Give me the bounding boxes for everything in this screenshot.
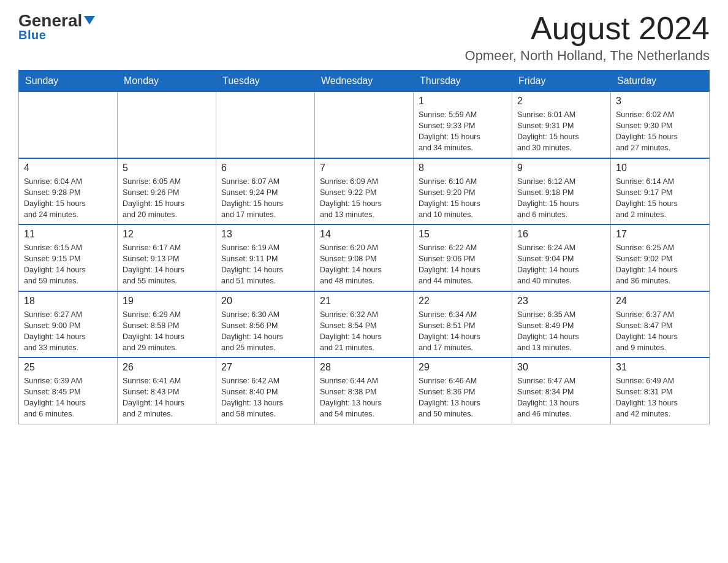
- calendar-cell: 16Sunrise: 6:24 AMSunset: 9:04 PMDayligh…: [512, 224, 611, 291]
- day-info: Sunrise: 6:12 AMSunset: 9:18 PMDaylight:…: [517, 176, 605, 221]
- day-number: 27: [221, 362, 309, 373]
- calendar-header-row: Sunday Monday Tuesday Wednesday Thursday…: [19, 71, 710, 92]
- day-number: 17: [616, 229, 704, 240]
- calendar-cell: 14Sunrise: 6:20 AMSunset: 9:08 PMDayligh…: [315, 224, 414, 291]
- day-number: 30: [517, 362, 605, 373]
- day-number: 1: [419, 96, 507, 107]
- day-info: Sunrise: 6:01 AMSunset: 9:31 PMDaylight:…: [517, 109, 605, 154]
- calendar-cell: 21Sunrise: 6:32 AMSunset: 8:54 PMDayligh…: [315, 291, 414, 358]
- day-number: 20: [221, 296, 309, 307]
- col-saturday: Saturday: [611, 71, 710, 92]
- day-info: Sunrise: 6:34 AMSunset: 8:51 PMDaylight:…: [419, 309, 507, 354]
- calendar-cell: 22Sunrise: 6:34 AMSunset: 8:51 PMDayligh…: [414, 291, 512, 358]
- day-info: Sunrise: 6:35 AMSunset: 8:49 PMDaylight:…: [517, 309, 605, 354]
- day-number: 21: [320, 296, 408, 307]
- day-number: 18: [24, 296, 112, 307]
- calendar-cell: 17Sunrise: 6:25 AMSunset: 9:02 PMDayligh…: [611, 224, 710, 291]
- day-number: 9: [517, 163, 605, 174]
- calendar-cell: 27Sunrise: 6:42 AMSunset: 8:40 PMDayligh…: [216, 358, 315, 424]
- col-friday: Friday: [512, 71, 611, 92]
- calendar-cell: 19Sunrise: 6:29 AMSunset: 8:58 PMDayligh…: [118, 291, 216, 358]
- calendar-cell: [118, 92, 216, 158]
- calendar-cell: 23Sunrise: 6:35 AMSunset: 8:49 PMDayligh…: [512, 291, 611, 358]
- logo-blue: Blue: [18, 28, 46, 42]
- logo: General Blue: [18, 12, 95, 42]
- calendar-cell: 13Sunrise: 6:19 AMSunset: 9:11 PMDayligh…: [216, 224, 315, 291]
- day-number: 28: [320, 362, 408, 373]
- day-info: Sunrise: 6:02 AMSunset: 9:30 PMDaylight:…: [616, 109, 704, 154]
- day-number: 19: [123, 296, 211, 307]
- calendar-week-row: 1Sunrise: 5:59 AMSunset: 9:33 PMDaylight…: [19, 92, 710, 158]
- day-info: Sunrise: 6:39 AMSunset: 8:45 PMDaylight:…: [24, 375, 112, 420]
- calendar-cell: 7Sunrise: 6:09 AMSunset: 9:22 PMDaylight…: [315, 158, 414, 225]
- day-number: 25: [24, 362, 112, 373]
- calendar-cell: 29Sunrise: 6:46 AMSunset: 8:36 PMDayligh…: [414, 358, 512, 424]
- day-info: Sunrise: 6:20 AMSunset: 9:08 PMDaylight:…: [320, 242, 408, 287]
- day-number: 4: [24, 163, 112, 174]
- day-info: Sunrise: 6:14 AMSunset: 9:17 PMDaylight:…: [616, 176, 704, 221]
- calendar-cell: 5Sunrise: 6:05 AMSunset: 9:26 PMDaylight…: [118, 158, 216, 225]
- calendar-cell: 20Sunrise: 6:30 AMSunset: 8:56 PMDayligh…: [216, 291, 315, 358]
- calendar-cell: 12Sunrise: 6:17 AMSunset: 9:13 PMDayligh…: [118, 224, 216, 291]
- calendar-cell: 4Sunrise: 6:04 AMSunset: 9:28 PMDaylight…: [19, 158, 118, 225]
- col-tuesday: Tuesday: [216, 71, 315, 92]
- title-area: August 2024 Opmeer, North Holland, The N…: [465, 12, 710, 64]
- day-info: Sunrise: 6:05 AMSunset: 9:26 PMDaylight:…: [123, 176, 211, 221]
- day-number: 13: [221, 229, 309, 240]
- day-number: 5: [123, 163, 211, 174]
- logo-general: General: [18, 12, 95, 29]
- day-number: 16: [517, 229, 605, 240]
- month-year-title: August 2024: [465, 12, 710, 44]
- calendar-cell: 24Sunrise: 6:37 AMSunset: 8:47 PMDayligh…: [611, 291, 710, 358]
- location-subtitle: Opmeer, North Holland, The Netherlands: [465, 48, 710, 64]
- day-info: Sunrise: 6:27 AMSunset: 9:00 PMDaylight:…: [24, 309, 112, 354]
- calendar-cell: 3Sunrise: 6:02 AMSunset: 9:30 PMDaylight…: [611, 92, 710, 158]
- day-number: 7: [320, 163, 408, 174]
- day-info: Sunrise: 5:59 AMSunset: 9:33 PMDaylight:…: [419, 109, 507, 154]
- day-number: 6: [221, 163, 309, 174]
- calendar-cell: 18Sunrise: 6:27 AMSunset: 9:00 PMDayligh…: [19, 291, 118, 358]
- day-number: 23: [517, 296, 605, 307]
- day-info: Sunrise: 6:41 AMSunset: 8:43 PMDaylight:…: [123, 375, 211, 420]
- calendar-week-row: 18Sunrise: 6:27 AMSunset: 9:00 PMDayligh…: [19, 291, 710, 358]
- calendar-cell: 8Sunrise: 6:10 AMSunset: 9:20 PMDaylight…: [414, 158, 512, 225]
- day-number: 29: [419, 362, 507, 373]
- calendar-cell: 2Sunrise: 6:01 AMSunset: 9:31 PMDaylight…: [512, 92, 611, 158]
- calendar-cell: [19, 92, 118, 158]
- calendar-cell: 25Sunrise: 6:39 AMSunset: 8:45 PMDayligh…: [19, 358, 118, 424]
- day-number: 22: [419, 296, 507, 307]
- calendar-cell: 31Sunrise: 6:49 AMSunset: 8:31 PMDayligh…: [611, 358, 710, 424]
- calendar-week-row: 25Sunrise: 6:39 AMSunset: 8:45 PMDayligh…: [19, 358, 710, 424]
- day-info: Sunrise: 6:49 AMSunset: 8:31 PMDaylight:…: [616, 375, 704, 420]
- day-number: 10: [616, 163, 704, 174]
- calendar-cell: 26Sunrise: 6:41 AMSunset: 8:43 PMDayligh…: [118, 358, 216, 424]
- day-number: 11: [24, 229, 112, 240]
- day-number: 15: [419, 229, 507, 240]
- calendar-cell: [315, 92, 414, 158]
- col-thursday: Thursday: [414, 71, 512, 92]
- day-info: Sunrise: 6:24 AMSunset: 9:04 PMDaylight:…: [517, 242, 605, 287]
- calendar-cell: 30Sunrise: 6:47 AMSunset: 8:34 PMDayligh…: [512, 358, 611, 424]
- day-number: 2: [517, 96, 605, 107]
- calendar-cell: 6Sunrise: 6:07 AMSunset: 9:24 PMDaylight…: [216, 158, 315, 225]
- day-info: Sunrise: 6:37 AMSunset: 8:47 PMDaylight:…: [616, 309, 704, 354]
- day-number: 26: [123, 362, 211, 373]
- day-info: Sunrise: 6:17 AMSunset: 9:13 PMDaylight:…: [123, 242, 211, 287]
- day-info: Sunrise: 6:32 AMSunset: 8:54 PMDaylight:…: [320, 309, 408, 354]
- day-number: 24: [616, 296, 704, 307]
- day-info: Sunrise: 6:19 AMSunset: 9:11 PMDaylight:…: [221, 242, 309, 287]
- day-info: Sunrise: 6:04 AMSunset: 9:28 PMDaylight:…: [24, 176, 112, 221]
- day-info: Sunrise: 6:42 AMSunset: 8:40 PMDaylight:…: [221, 375, 309, 420]
- calendar-cell: 15Sunrise: 6:22 AMSunset: 9:06 PMDayligh…: [414, 224, 512, 291]
- day-number: 31: [616, 362, 704, 373]
- calendar-cell: 10Sunrise: 6:14 AMSunset: 9:17 PMDayligh…: [611, 158, 710, 225]
- day-info: Sunrise: 6:10 AMSunset: 9:20 PMDaylight:…: [419, 176, 507, 221]
- day-info: Sunrise: 6:44 AMSunset: 8:38 PMDaylight:…: [320, 375, 408, 420]
- day-info: Sunrise: 6:29 AMSunset: 8:58 PMDaylight:…: [123, 309, 211, 354]
- calendar-cell: 11Sunrise: 6:15 AMSunset: 9:15 PMDayligh…: [19, 224, 118, 291]
- calendar-week-row: 11Sunrise: 6:15 AMSunset: 9:15 PMDayligh…: [19, 224, 710, 291]
- day-info: Sunrise: 6:22 AMSunset: 9:06 PMDaylight:…: [419, 242, 507, 287]
- day-info: Sunrise: 6:07 AMSunset: 9:24 PMDaylight:…: [221, 176, 309, 221]
- calendar-cell: 28Sunrise: 6:44 AMSunset: 8:38 PMDayligh…: [315, 358, 414, 424]
- calendar-table: Sunday Monday Tuesday Wednesday Thursday…: [18, 70, 710, 424]
